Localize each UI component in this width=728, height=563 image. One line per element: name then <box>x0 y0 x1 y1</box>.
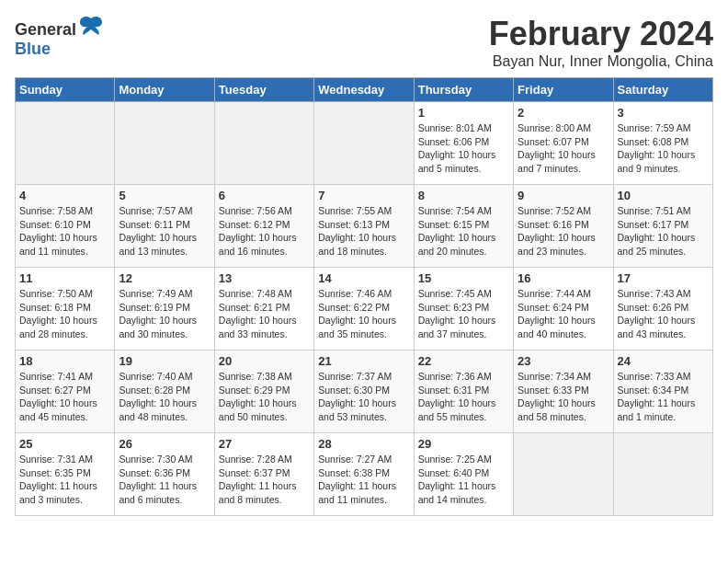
day-info: Sunrise: 7:59 AM Sunset: 6:08 PM Dayligh… <box>618 121 709 176</box>
calendar-week-row: 25Sunrise: 7:31 AM Sunset: 6:35 PM Dayli… <box>16 433 713 516</box>
col-monday: Monday <box>115 78 214 102</box>
header: General Blue February 2024 Bayan Nur, In… <box>15 15 713 70</box>
day-number: 5 <box>119 189 210 202</box>
table-row: 15Sunrise: 7:45 AM Sunset: 6:23 PM Dayli… <box>414 268 513 350</box>
day-number: 29 <box>418 437 509 451</box>
table-row: 7Sunrise: 7:55 AM Sunset: 6:13 PM Daylig… <box>314 185 414 268</box>
day-info: Sunrise: 7:37 AM Sunset: 6:30 PM Dayligh… <box>318 370 409 424</box>
day-info: Sunrise: 7:41 AM Sunset: 6:27 PM Dayligh… <box>19 370 110 424</box>
col-sunday: Sunday <box>16 78 115 102</box>
table-row <box>514 433 613 516</box>
table-row: 3Sunrise: 7:59 AM Sunset: 6:08 PM Daylig… <box>613 102 712 185</box>
calendar-week-row: 18Sunrise: 7:41 AM Sunset: 6:27 PM Dayli… <box>16 350 713 433</box>
day-number: 22 <box>418 354 509 368</box>
day-info: Sunrise: 7:54 AM Sunset: 6:15 PM Dayligh… <box>418 204 509 259</box>
day-info: Sunrise: 8:00 AM Sunset: 6:07 PM Dayligh… <box>518 121 609 176</box>
day-info: Sunrise: 7:28 AM Sunset: 6:37 PM Dayligh… <box>219 453 310 507</box>
day-number: 2 <box>518 106 609 120</box>
day-number: 13 <box>219 271 310 285</box>
table-row: 14Sunrise: 7:46 AM Sunset: 6:22 PM Dayli… <box>314 268 414 350</box>
day-number: 11 <box>19 271 110 285</box>
day-number: 8 <box>418 189 509 202</box>
day-info: Sunrise: 7:30 AM Sunset: 6:36 PM Dayligh… <box>119 453 210 507</box>
day-info: Sunrise: 7:25 AM Sunset: 6:40 PM Dayligh… <box>418 453 509 507</box>
day-info: Sunrise: 7:27 AM Sunset: 6:38 PM Dayligh… <box>318 453 409 507</box>
day-number: 25 <box>19 437 110 451</box>
day-info: Sunrise: 8:01 AM Sunset: 6:06 PM Dayligh… <box>418 121 509 176</box>
day-info: Sunrise: 7:43 AM Sunset: 6:26 PM Dayligh… <box>618 287 709 341</box>
day-number: 1 <box>418 106 509 120</box>
calendar-header-row: Sunday Monday Tuesday Wednesday Thursday… <box>16 78 713 102</box>
table-row: 25Sunrise: 7:31 AM Sunset: 6:35 PM Dayli… <box>16 433 115 516</box>
logo-general: General <box>15 20 76 39</box>
day-number: 23 <box>518 354 609 368</box>
table-row <box>115 102 214 185</box>
table-row: 4Sunrise: 7:58 AM Sunset: 6:10 PM Daylig… <box>16 185 115 268</box>
calendar-table: Sunday Monday Tuesday Wednesday Thursday… <box>15 77 713 516</box>
table-row <box>613 433 712 516</box>
table-row: 5Sunrise: 7:57 AM Sunset: 6:11 PM Daylig… <box>115 185 214 268</box>
day-info: Sunrise: 7:44 AM Sunset: 6:24 PM Dayligh… <box>518 287 609 341</box>
day-info: Sunrise: 7:34 AM Sunset: 6:33 PM Dayligh… <box>518 370 609 424</box>
table-row: 2Sunrise: 8:00 AM Sunset: 6:07 PM Daylig… <box>514 102 613 185</box>
table-row: 6Sunrise: 7:56 AM Sunset: 6:12 PM Daylig… <box>214 185 313 268</box>
day-info: Sunrise: 7:38 AM Sunset: 6:29 PM Dayligh… <box>219 370 310 424</box>
day-number: 14 <box>318 271 409 285</box>
table-row: 20Sunrise: 7:38 AM Sunset: 6:29 PM Dayli… <box>214 350 313 433</box>
table-row: 21Sunrise: 7:37 AM Sunset: 6:30 PM Dayli… <box>314 350 414 433</box>
table-row <box>314 102 414 185</box>
table-row: 12Sunrise: 7:49 AM Sunset: 6:19 PM Dayli… <box>115 268 214 350</box>
day-info: Sunrise: 7:49 AM Sunset: 6:19 PM Dayligh… <box>119 287 210 341</box>
table-row: 11Sunrise: 7:50 AM Sunset: 6:18 PM Dayli… <box>16 268 115 350</box>
calendar-week-row: 1Sunrise: 8:01 AM Sunset: 6:06 PM Daylig… <box>16 102 713 185</box>
table-row: 9Sunrise: 7:52 AM Sunset: 6:16 PM Daylig… <box>514 185 613 268</box>
day-number: 10 <box>618 189 709 202</box>
day-info: Sunrise: 7:36 AM Sunset: 6:31 PM Dayligh… <box>418 370 509 424</box>
day-info: Sunrise: 7:56 AM Sunset: 6:12 PM Dayligh… <box>219 204 310 259</box>
logo: General Blue <box>15 15 104 59</box>
day-number: 7 <box>318 189 409 202</box>
day-number: 12 <box>119 271 210 285</box>
day-number: 15 <box>418 271 509 285</box>
table-row: 16Sunrise: 7:44 AM Sunset: 6:24 PM Dayli… <box>514 268 613 350</box>
table-row: 28Sunrise: 7:27 AM Sunset: 6:38 PM Dayli… <box>314 433 414 516</box>
day-info: Sunrise: 7:33 AM Sunset: 6:34 PM Dayligh… <box>618 370 709 424</box>
col-thursday: Thursday <box>414 78 513 102</box>
day-info: Sunrise: 7:40 AM Sunset: 6:28 PM Dayligh… <box>119 370 210 424</box>
day-number: 24 <box>618 354 709 368</box>
day-number: 21 <box>318 354 409 368</box>
calendar-week-row: 11Sunrise: 7:50 AM Sunset: 6:18 PM Dayli… <box>16 268 713 350</box>
day-number: 18 <box>19 354 110 368</box>
day-number: 4 <box>19 189 110 202</box>
col-friday: Friday <box>514 78 613 102</box>
day-info: Sunrise: 7:58 AM Sunset: 6:10 PM Dayligh… <box>19 204 110 259</box>
day-number: 9 <box>518 189 609 202</box>
day-info: Sunrise: 7:57 AM Sunset: 6:11 PM Dayligh… <box>119 204 210 259</box>
table-row: 26Sunrise: 7:30 AM Sunset: 6:36 PM Dayli… <box>115 433 214 516</box>
location-subtitle: Bayan Nur, Inner Mongolia, China <box>489 53 713 70</box>
day-number: 26 <box>119 437 210 451</box>
table-row: 18Sunrise: 7:41 AM Sunset: 6:27 PM Dayli… <box>16 350 115 433</box>
table-row: 17Sunrise: 7:43 AM Sunset: 6:26 PM Dayli… <box>613 268 712 350</box>
day-info: Sunrise: 7:51 AM Sunset: 6:17 PM Dayligh… <box>618 204 709 259</box>
col-tuesday: Tuesday <box>214 78 313 102</box>
day-number: 19 <box>119 354 210 368</box>
day-number: 17 <box>618 271 709 285</box>
bird-icon <box>78 15 104 35</box>
table-row: 10Sunrise: 7:51 AM Sunset: 6:17 PM Dayli… <box>613 185 712 268</box>
day-info: Sunrise: 7:50 AM Sunset: 6:18 PM Dayligh… <box>19 287 110 341</box>
col-saturday: Saturday <box>613 78 712 102</box>
day-number: 6 <box>219 189 310 202</box>
calendar-week-row: 4Sunrise: 7:58 AM Sunset: 6:10 PM Daylig… <box>16 185 713 268</box>
table-row: 1Sunrise: 8:01 AM Sunset: 6:06 PM Daylig… <box>414 102 513 185</box>
day-info: Sunrise: 7:52 AM Sunset: 6:16 PM Dayligh… <box>518 204 609 259</box>
table-row: 29Sunrise: 7:25 AM Sunset: 6:40 PM Dayli… <box>414 433 513 516</box>
day-info: Sunrise: 7:55 AM Sunset: 6:13 PM Dayligh… <box>318 204 409 259</box>
day-info: Sunrise: 7:46 AM Sunset: 6:22 PM Dayligh… <box>318 287 409 341</box>
table-row: 23Sunrise: 7:34 AM Sunset: 6:33 PM Dayli… <box>514 350 613 433</box>
table-row: 13Sunrise: 7:48 AM Sunset: 6:21 PM Dayli… <box>214 268 313 350</box>
day-number: 20 <box>219 354 310 368</box>
table-row: 27Sunrise: 7:28 AM Sunset: 6:37 PM Dayli… <box>214 433 313 516</box>
table-row <box>16 102 115 185</box>
table-row: 8Sunrise: 7:54 AM Sunset: 6:15 PM Daylig… <box>414 185 513 268</box>
